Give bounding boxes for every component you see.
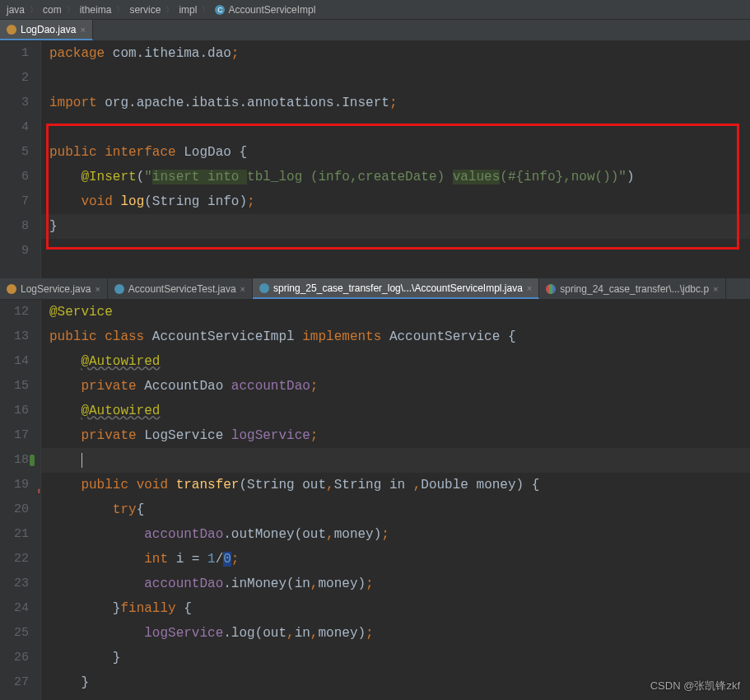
tab-label: LogService.java [21,283,91,295]
breadcrumb-item[interactable]: com [43,4,62,16]
code-line[interactable]: logService.log(out,in,money); [49,621,750,646]
editor-top[interactable]: 123456789 package com.itheima.dao; impor… [0,41,750,278]
breadcrumb-item[interactable]: service [129,4,161,16]
class-icon: C [215,5,225,15]
code-line[interactable]: public void transfer(String out,String i… [49,473,750,497]
line-number: 19⬆ [0,473,29,497]
line-number: 21 [0,522,29,547]
code-line[interactable]: } [49,670,750,695]
code-line[interactable]: }finally { [49,596,750,621]
code-line[interactable]: private LogService logService; [49,423,750,448]
code-line[interactable]: void log(String info); [49,189,750,214]
file-icon [259,283,269,293]
line-number: 28 [0,695,29,700]
tab-label: AccountServiceTest.java [128,283,236,295]
editor-bottom[interactable]: 1213141516171819⬆202122232425262728 @Ser… [0,300,750,700]
code-line[interactable]: @Insert("insert into tbl_log (info,creat… [49,165,750,189]
vcs-marker-icon [30,455,35,466]
close-icon[interactable]: × [527,283,532,293]
code-line[interactable]: } [49,646,750,670]
line-number: 7 [0,189,29,214]
line-number: 9 [0,239,29,264]
code-line[interactable]: package com.itheima.dao; [49,41,750,66]
editor-tab[interactable]: LogService.java× [0,278,108,299]
code-line[interactable]: public interface LogDao { [49,140,750,165]
code-line[interactable]: int i = 1/0; [49,547,750,572]
close-icon[interactable]: × [80,25,85,35]
code-line[interactable] [41,448,750,473]
file-icon [546,284,556,294]
line-number: 5 [0,140,29,165]
line-number: 14 [0,349,29,374]
code-line[interactable] [49,239,750,264]
editor-tab[interactable]: LogDao.java× [0,20,93,40]
file-icon [7,25,16,35]
text-caret [82,453,82,468]
line-number: 17 [0,423,29,448]
line-number: 23 [0,572,29,596]
editor-tabs-top: LogDao.java× [0,20,750,41]
editor-tab[interactable]: spring_25_case_transfer_log\...\AccountS… [253,278,539,299]
line-number: 8 [0,214,29,239]
chevron-right-icon: 〉 [165,4,174,16]
code-line[interactable]: accountDao.outMoney(out,money); [49,522,750,547]
gutter-bottom: 1213141516171819⬆202122232425262728 [0,300,41,700]
editor-tab[interactable]: AccountServiceTest.java× [108,278,253,299]
code-bottom[interactable]: @Servicepublic class AccountServiceImpl … [41,300,750,700]
line-number: 6 [0,165,29,189]
code-line[interactable]: public class AccountServiceImpl implemen… [49,324,750,349]
line-number: 3 [0,91,29,115]
close-icon[interactable]: × [240,284,245,294]
line-number: 4 [0,115,29,140]
chevron-right-icon: 〉 [116,4,124,16]
code-line[interactable] [49,66,750,91]
tab-label: spring_25_case_transfer_log\...\AccountS… [273,282,523,294]
code-top[interactable]: package com.itheima.dao; import org.apac… [41,41,750,278]
tab-label: spring_24_case_transfer\...\jdbc.p [560,283,709,295]
code-line[interactable]: @Autowired [49,349,750,374]
file-icon [7,284,16,294]
breadcrumb-item[interactable]: itheima [80,4,112,16]
breadcrumb[interactable]: java〉com〉itheima〉service〉impl〉CAccountSe… [0,0,750,20]
breadcrumb-item[interactable]: impl [179,4,197,16]
line-number: 26 [0,646,29,670]
chevron-right-icon: 〉 [30,4,38,16]
line-number: 24 [0,596,29,621]
code-line[interactable]: try{ [49,497,750,522]
watermark: CSDN @张凯锋zkf [650,679,740,693]
gutter-top: 123456789 [0,41,41,278]
code-line[interactable]: } [41,214,750,239]
code-line[interactable]: import org.apache.ibatis.annotations.Ins… [49,91,750,115]
line-number: 18 [0,448,29,473]
close-icon[interactable]: × [713,284,718,294]
line-number: 2 [0,66,29,91]
line-number: 1 [0,41,29,66]
line-number: 12 [0,300,29,324]
editor-tabs-bottom: LogService.java×AccountServiceTest.java×… [0,278,750,300]
line-number: 22 [0,547,29,572]
chevron-right-icon: 〉 [67,4,75,16]
code-line[interactable]: accountDao.inMoney(in,money); [49,572,750,596]
code-line[interactable]: @Service [49,300,750,324]
line-number: 25 [0,621,29,646]
chevron-right-icon: 〉 [202,4,210,16]
code-line[interactable]: @Autowired [49,399,750,423]
code-line[interactable]: private AccountDao accountDao; [49,374,750,399]
line-number: 27 [0,670,29,695]
tab-label: LogDao.java [21,24,76,35]
line-number: 13 [0,324,29,349]
editor-tab[interactable]: spring_24_case_transfer\...\jdbc.p× [539,278,725,299]
line-number: 20 [0,497,29,522]
code-line[interactable] [49,695,750,700]
breadcrumb-item[interactable]: java [7,4,25,16]
code-line[interactable] [49,115,750,140]
line-number: 16 [0,399,29,423]
breadcrumb-item[interactable]: CAccountServiceImpl [215,4,315,16]
line-number: 15 [0,374,29,399]
file-icon [114,284,124,294]
close-icon[interactable]: × [95,284,100,294]
